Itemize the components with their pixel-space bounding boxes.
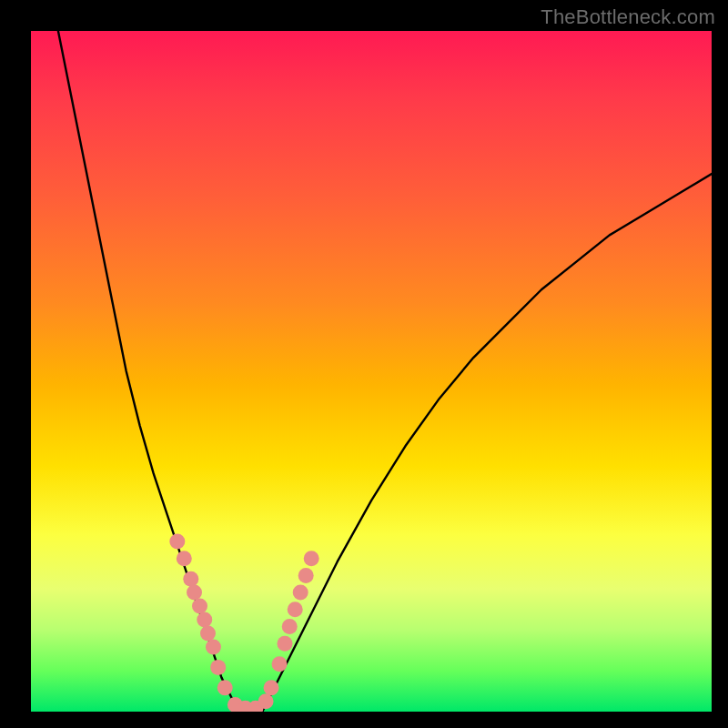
highlight-dot bbox=[298, 568, 314, 583]
highlight-dot bbox=[288, 602, 303, 617]
chart-frame: TheBottleneck.com bbox=[0, 0, 728, 728]
highlight-dot bbox=[264, 680, 279, 695]
highlight-dot bbox=[304, 551, 319, 566]
curve-layer bbox=[58, 31, 712, 712]
curves-svg bbox=[31, 31, 712, 712]
marker-layer bbox=[169, 534, 318, 713]
bottleneck-curve bbox=[58, 31, 712, 712]
highlight-dot bbox=[282, 619, 298, 634]
highlight-dot bbox=[278, 636, 293, 652]
plot-area bbox=[31, 31, 712, 712]
highlight-dot bbox=[192, 599, 207, 614]
highlight-dot bbox=[177, 551, 192, 566]
highlight-dot bbox=[210, 660, 226, 675]
highlight-dot bbox=[197, 612, 212, 628]
highlight-dot bbox=[183, 571, 198, 587]
watermark-text: TheBottleneck.com bbox=[541, 5, 715, 29]
highlight-dot bbox=[217, 680, 233, 695]
highlight-dot bbox=[272, 656, 288, 672]
highlight-dot bbox=[169, 534, 185, 550]
highlight-dot bbox=[187, 585, 202, 601]
highlight-dot bbox=[293, 585, 308, 601]
highlight-dot bbox=[200, 625, 216, 641]
highlight-dot bbox=[258, 693, 274, 709]
highlight-dot bbox=[206, 639, 221, 654]
